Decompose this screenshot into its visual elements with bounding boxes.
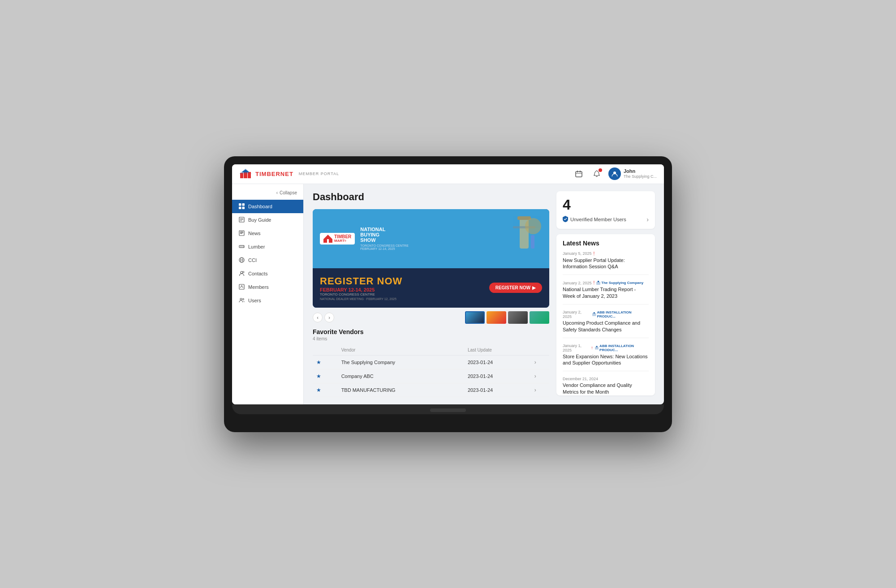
- news-date-text: December 21, 2024: [563, 377, 598, 381]
- vendors-count: 4 items: [313, 336, 549, 341]
- vendor-arrow-icon[interactable]: ›: [534, 387, 536, 393]
- news-headline[interactable]: National Lumber Trading Report - Week of…: [563, 286, 649, 300]
- banner-image: TIMBER MART® NATIONAL BUYING SHOW: [313, 209, 549, 308]
- news-headline[interactable]: Upcoming Product Compliance and Safety S…: [563, 320, 649, 333]
- table-row: ★ The Supplying Company 2023-01-24 ›: [313, 355, 549, 369]
- banner-next-button[interactable]: ›: [324, 313, 334, 322]
- news-date-text: January 1, 2025: [563, 343, 589, 352]
- unverified-count: 4: [563, 197, 649, 213]
- news-headline[interactable]: Store Expansion News: New Locations and …: [563, 353, 649, 367]
- banner-arrows: ‹ ›: [313, 313, 334, 322]
- banner-thumb-3[interactable]: [508, 311, 528, 324]
- banner-container: TIMBER MART® NATIONAL BUYING SHOW: [313, 209, 549, 308]
- register-now-button-label: REGISTER NOW: [495, 285, 530, 290]
- banner-top: TIMBER MART® NATIONAL BUYING SHOW: [313, 209, 549, 268]
- calendar-icon[interactable]: [573, 167, 585, 180]
- banner-bottom: REGISTER NOW FEBRUARY 12-14, 2025 TORONT…: [313, 268, 549, 308]
- sidebar-item-buy-guide[interactable]: Buy Guide: [232, 213, 303, 227]
- collapse-button[interactable]: ‹ Collapse: [232, 188, 303, 198]
- vendor-action-cell[interactable]: ›: [531, 369, 549, 383]
- news-headline[interactable]: New Supplier Portal Update: Information …: [563, 257, 649, 270]
- table-row: ★ TBD MANUFACTURING 2023-01-24 ›: [313, 383, 549, 397]
- sidebar-item-cci[interactable]: CCI: [232, 253, 303, 267]
- member-portal-text: MEMBER PORTAL: [299, 172, 339, 176]
- notif-badge: [599, 168, 602, 172]
- stat-arrow-icon[interactable]: ›: [646, 216, 649, 223]
- vendors-section: Favorite Vendors 4 items Vendor Last Upd…: [313, 328, 549, 397]
- table-row: ★ Company ABC 2023-01-24 ›: [313, 369, 549, 383]
- user-name: John: [624, 168, 657, 174]
- svg-rect-46: [594, 313, 595, 314]
- svg-point-32: [241, 285, 242, 286]
- sidebar-item-lumber-label: Lumber: [248, 244, 265, 249]
- members-icon: [238, 284, 245, 290]
- svg-rect-5: [576, 172, 582, 177]
- vendor-action-col-header: [531, 345, 549, 356]
- svg-rect-48: [596, 346, 598, 347]
- banner-thumb-2[interactable]: [487, 311, 506, 324]
- banner-venue: TORONTO CONGRESS CENTRE: [320, 292, 402, 296]
- sidebar-item-users[interactable]: Users: [232, 294, 303, 307]
- news-date: January 2, 2025 ! The Supplying Company: [563, 280, 649, 285]
- user-company: The Supplying C...: [624, 174, 657, 179]
- svg-rect-43: [596, 282, 600, 285]
- news-alert-icon: !: [594, 251, 595, 256]
- star-icon: ★: [316, 359, 321, 365]
- sidebar-item-contacts[interactable]: Contacts: [232, 267, 303, 280]
- logo-area: TIMBERNET MEMBER PORTAL: [239, 168, 339, 179]
- cci-icon: [238, 257, 245, 263]
- banner-thumb-4[interactable]: [530, 311, 549, 324]
- stat-card: 4 Unverified Member Users: [556, 191, 655, 229]
- top-bar: TIMBERNET MEMBER PORTAL: [232, 164, 664, 184]
- svg-point-29: [241, 271, 243, 274]
- sidebar-item-news[interactable]: News: [232, 227, 303, 240]
- sidebar-item-lumber[interactable]: Lumber: [232, 240, 303, 253]
- vendor-arrow-icon[interactable]: ›: [534, 359, 536, 365]
- sidebar-item-members[interactable]: Members: [232, 280, 303, 294]
- play-icon: ▶: [532, 285, 536, 290]
- user-info[interactable]: John The Supplying C...: [608, 167, 657, 180]
- news-date-text: January 2, 2025: [563, 281, 592, 285]
- sidebar: ‹ Collapse Dashboard: [232, 184, 304, 404]
- shield-icon: [563, 216, 568, 223]
- vendor-action-cell[interactable]: ›: [531, 355, 549, 369]
- svg-rect-42: [531, 235, 534, 249]
- vendor-date-cell: 2023-01-24: [464, 383, 531, 397]
- vendor-action-cell[interactable]: ›: [531, 383, 549, 397]
- banner-thumb-1[interactable]: [465, 311, 485, 324]
- banner-nav: ‹ ›: [313, 311, 549, 324]
- contacts-icon: [238, 270, 245, 277]
- svg-rect-11: [242, 203, 245, 206]
- banner-thumbnails: [465, 311, 549, 324]
- collapse-label: Collapse: [280, 190, 297, 195]
- sidebar-item-buy-guide-label: Buy Guide: [248, 217, 271, 223]
- chevron-left-icon: ‹: [276, 190, 278, 195]
- banner-prev-button[interactable]: ‹: [313, 313, 323, 322]
- content-sidebar: 4 Unverified Member Users: [556, 191, 655, 397]
- lumber-icon: [238, 244, 245, 250]
- news-icon: [238, 230, 245, 236]
- news-item: January 1, 2025 ↑ ABB INSTALLATION PRODU…: [563, 343, 649, 372]
- sidebar-item-contacts-label: Contacts: [248, 271, 267, 276]
- banner-dates: FEBRUARY 12-14, 2025: [320, 287, 402, 292]
- vendor-arrow-icon[interactable]: ›: [534, 373, 536, 379]
- news-headline[interactable]: Vendor Compliance and Quality Metrics fo…: [563, 382, 649, 395]
- vendor-name-col-header: Vendor: [338, 345, 464, 356]
- news-company-tag: ABB INSTALLATION PRODUC...: [592, 310, 649, 318]
- stat-label-row: Unverified Member Users ›: [563, 216, 649, 223]
- news-card-title: Latest News: [563, 240, 649, 247]
- svg-rect-36: [323, 239, 327, 243]
- svg-point-30: [243, 271, 244, 273]
- sidebar-item-users-label: Users: [248, 298, 261, 303]
- svg-point-34: [242, 299, 244, 300]
- register-now-button[interactable]: REGISTER NOW ▶: [489, 283, 542, 293]
- register-now-text: REGISTER NOW: [320, 275, 402, 287]
- svg-rect-18: [239, 231, 244, 236]
- unverified-label: Unverified Member Users: [570, 217, 626, 222]
- news-item: January 2, 2025 ABB INSTALLATION PRODUC.…: [563, 310, 649, 338]
- sidebar-item-dashboard[interactable]: Dashboard: [232, 200, 303, 213]
- notification-icon[interactable]: [590, 167, 603, 180]
- svg-rect-12: [239, 207, 241, 210]
- vendors-title: Favorite Vendors: [313, 328, 549, 335]
- stat-label-inner: Unverified Member Users: [563, 216, 626, 223]
